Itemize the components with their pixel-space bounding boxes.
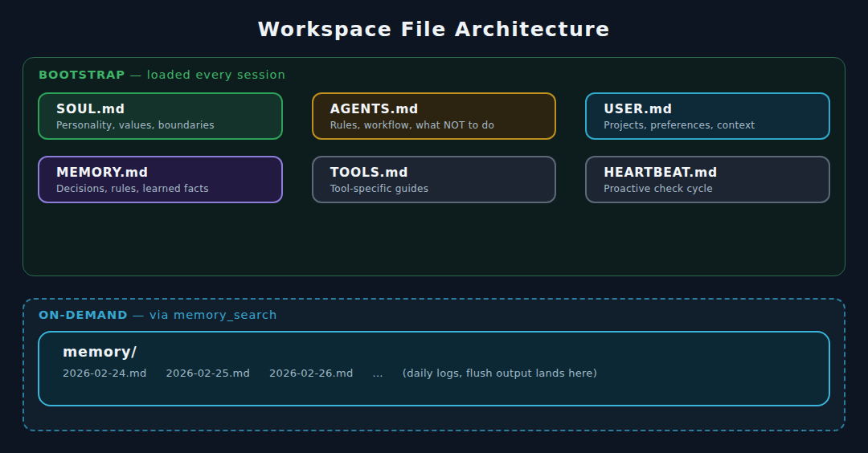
file-card-memory: MEMORY.md Decisions, rules, learned fact… [38,156,283,203]
file-card-description: Decisions, rules, learned facts [56,183,264,194]
bootstrap-card-grid: SOUL.md Personality, values, boundaries … [38,92,830,203]
file-card-user: USER.md Projects, preferences, context [585,92,830,140]
memory-file-ellipsis: ... [373,367,383,379]
memory-folder-note: (daily logs, flush output lands here) [403,367,597,379]
file-card-heartbeat: HEARTBEAT.md Proactive check cycle [585,156,830,203]
ondemand-section-label: ON-DEMAND [39,308,128,321]
memory-folder-box: memory/ 2026-02-24.md 2026-02-25.md 2026… [38,331,830,406]
memory-file: 2026-02-24.md [63,367,147,379]
ondemand-section-sublabel: — via memory_search [133,308,277,321]
ondemand-section-header: ON-DEMAND — via memory_search [38,308,830,321]
file-card-title: TOOLS.md [330,165,538,182]
workspace-file-architecture-diagram: Workspace File Architecture BOOTSTRAP — … [0,0,868,453]
file-card-agents: AGENTS.md Rules, workflow, what NOT to d… [312,92,557,140]
file-card-description: Projects, preferences, context [604,120,812,131]
bootstrap-section: BOOTSTRAP — loaded every session SOUL.md… [23,57,845,276]
memory-file: 2026-02-25.md [166,367,251,379]
file-card-title: AGENTS.md [330,101,538,118]
file-card-title: HEARTBEAT.md [604,165,812,182]
memory-file-list: 2026-02-24.md 2026-02-25.md 2026-02-26.m… [63,367,805,379]
bootstrap-section-sublabel: — loaded every session [130,68,286,81]
file-card-title: MEMORY.md [56,165,264,182]
memory-file: 2026-02-26.md [269,367,354,379]
file-card-tools: TOOLS.md Tool-specific guides [312,156,557,203]
ondemand-section: ON-DEMAND — via memory_search memory/ 20… [23,298,845,431]
bootstrap-section-header: BOOTSTRAP — loaded every session [38,68,830,81]
bootstrap-section-label: BOOTSTRAP [39,68,125,81]
memory-folder-name: memory/ [63,344,805,360]
page-title: Workspace File Architecture [0,0,868,42]
file-card-description: Tool-specific guides [330,183,538,194]
file-card-description: Personality, values, boundaries [56,120,264,131]
file-card-description: Rules, workflow, what NOT to do [330,120,538,131]
file-card-description: Proactive check cycle [604,183,812,194]
file-card-title: SOUL.md [56,101,264,118]
file-card-title: USER.md [604,101,812,118]
file-card-soul: SOUL.md Personality, values, boundaries [38,92,283,140]
